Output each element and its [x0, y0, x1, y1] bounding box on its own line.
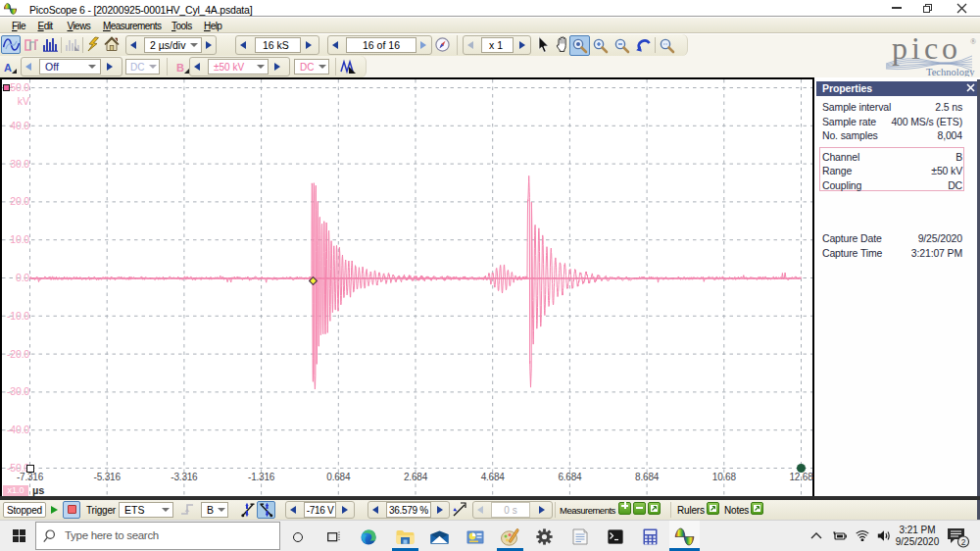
svg-text:2: 2	[961, 537, 966, 547]
